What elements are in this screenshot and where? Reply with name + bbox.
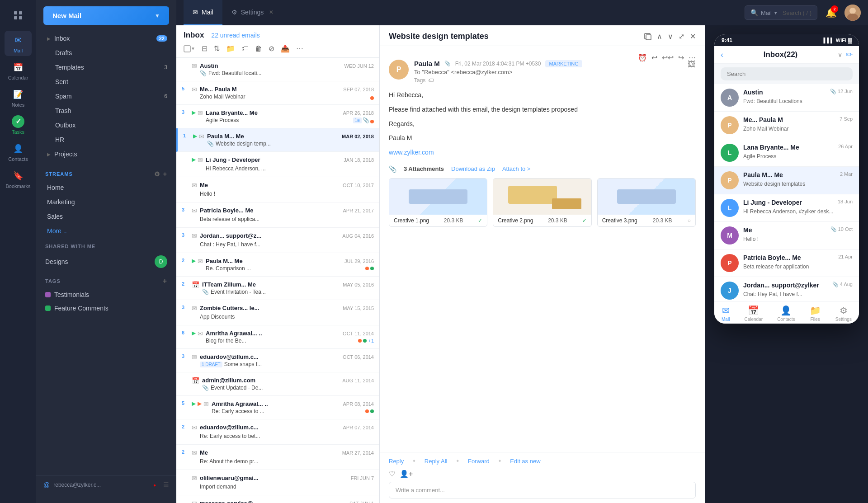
folder-item-outbox[interactable]: Outbox xyxy=(36,118,176,132)
shared-item-designs[interactable]: Designs D xyxy=(36,252,176,272)
select-all-checkbox[interactable]: ▼ xyxy=(184,45,195,52)
tag-add-icon[interactable]: 🏷 xyxy=(428,77,434,84)
table-row[interactable]: 📅 admin@zillum.com AUG 11, 2014 📎 Event … xyxy=(176,372,379,396)
table-row[interactable]: ✉ Austin WED JUN 12 📎 Fwd: Beautiful loc… xyxy=(176,58,379,81)
stream-item-more[interactable]: More .. xyxy=(36,224,176,238)
stream-item-home[interactable]: Home xyxy=(36,180,176,195)
folder-item-drafts[interactable]: Drafts xyxy=(36,46,176,60)
popout-icon[interactable] xyxy=(644,33,651,40)
folder-item-templates[interactable]: Templates 3 xyxy=(36,60,176,75)
table-row[interactable]: 3 ✉ eduardov@zillum.c... OCT 06, 2014 1 … xyxy=(176,349,379,372)
list-item[interactable]: M Me 📎 10 Oct Hello ! xyxy=(714,222,859,249)
reply-all-icon[interactable]: ↩↩ xyxy=(662,53,674,62)
sort-icon[interactable]: ⇅ xyxy=(214,44,220,53)
stream-item-marketing[interactable]: Marketing xyxy=(36,195,176,209)
attachment-item[interactable]: Creative 3.png 20.3 KB ○ xyxy=(597,178,696,227)
search-scope-dropdown[interactable]: Mail ▼ xyxy=(761,9,778,16)
attachment-item[interactable]: Creative 1.png 20.3 KB ✓ xyxy=(389,178,487,227)
tab-settings[interactable]: ⚙ Settings ✕ xyxy=(222,0,283,25)
new-mail-button[interactable]: New Mail ▼ xyxy=(43,6,169,25)
prev-email-icon[interactable]: ∧ xyxy=(657,32,662,41)
table-row[interactable]: 3 ▶ ✉ Lana Bryante... Me APR 26, 2018 Ag… xyxy=(176,105,379,128)
expand-icon[interactable]: ⤢ xyxy=(679,32,684,41)
stream-item-sales[interactable]: Sales xyxy=(36,209,176,224)
phone-nav-settings[interactable]: ⚙ Settings xyxy=(835,305,852,322)
table-row[interactable]: 2 📅 ITTeam Zillum... Me MAY 05, 2016 📎 E… xyxy=(176,277,379,300)
folder-item-inbox[interactable]: ▶ Inbox 22 xyxy=(36,31,176,46)
folder-item-trash[interactable]: Trash xyxy=(36,103,176,118)
add-reaction-icon[interactable]: 👤+ xyxy=(400,470,413,478)
folder-item-sent[interactable]: Sent xyxy=(36,75,176,89)
edit-as-new-button[interactable]: Edit as new xyxy=(510,458,540,465)
list-item[interactable]: P Paula M... Me 2 Mar Website design tem… xyxy=(714,167,859,194)
table-row[interactable]: ✉ message-service@... SAT JUN 1 📎 Invoic… xyxy=(176,495,379,503)
reply-single-icon[interactable]: ↩ xyxy=(651,53,657,62)
comment-box[interactable]: Write a comment... xyxy=(389,482,696,498)
attachment-item[interactable]: Creative 2.png 20.3 KB ✓ xyxy=(493,178,591,227)
next-email-icon[interactable]: ∨ xyxy=(668,32,673,41)
sidebar-item-bookmarks[interactable]: 🔖 Bookmarks xyxy=(5,166,32,192)
folder-move-icon[interactable]: 📁 xyxy=(226,44,235,53)
user-avatar[interactable] xyxy=(844,5,861,21)
sidebar-item-notes[interactable]: 📝 Notes xyxy=(5,85,32,110)
sidebar-item-calendar[interactable]: 📅 Calendar xyxy=(5,58,32,83)
filter-icon[interactable]: ⊟ xyxy=(202,44,208,53)
attach-to-link[interactable]: Attach to > xyxy=(502,165,531,172)
website-link[interactable]: www.zylker.com xyxy=(389,149,434,156)
table-row[interactable]: 2 ✉ eduardov@zillum.c... APR 07, 2014 Re… xyxy=(176,419,379,445)
table-row[interactable]: 3 ✉ Patricia Boyle... Me APR 21, 2017 Be… xyxy=(176,202,379,228)
folder-item-hr[interactable]: HR xyxy=(36,132,176,147)
sidebar-collapse-icon[interactable]: ☰ xyxy=(163,481,169,489)
close-settings-tab-icon[interactable]: ✕ xyxy=(269,9,274,15)
folder-item-spam[interactable]: Spam 6 xyxy=(36,89,176,103)
table-row[interactable]: 1 ▶ ✉ Paula M... Me MAR 02, 2018 📎 Websi… xyxy=(176,128,379,152)
sidebar-item-tasks[interactable]: ✓ Tasks xyxy=(5,112,32,137)
add-tag-icon[interactable]: + xyxy=(163,277,167,285)
tag-item-testimonials[interactable]: Testimonials xyxy=(36,288,176,301)
list-item[interactable]: P Me... Paula M 7 Sep Zoho Mail Webinar xyxy=(714,112,859,139)
reply-button[interactable]: Reply xyxy=(389,458,404,465)
settings-streams-icon[interactable]: ⚙ xyxy=(154,170,160,178)
mark-icon[interactable]: ⊘ xyxy=(269,44,274,53)
remind-icon[interactable]: ⏰ xyxy=(638,53,647,62)
sidebar-item-contacts[interactable]: 👤 Contacts xyxy=(5,139,32,165)
table-row[interactable]: 2 ▶ ✉ Paula M... Me JUL 29, 2016 Re. Com… xyxy=(176,253,379,277)
table-row[interactable]: ✉ Me OCT 10, 2017 Hello ! xyxy=(176,177,379,202)
list-item[interactable]: A Austin 📎 12 Jun Fwd: Beautiful Locatio… xyxy=(714,84,859,112)
heart-reaction-icon[interactable]: ♡ xyxy=(389,470,395,478)
table-row[interactable]: 5 ▶ ▶ ✉ Amritha Agrawal... .. APR 08, 20… xyxy=(176,396,379,419)
forward-icon[interactable]: ↪ xyxy=(678,53,684,62)
tag-item-feature-comments[interactable]: Feature Comments xyxy=(36,301,176,315)
delete-icon[interactable]: 🗑 xyxy=(255,45,262,53)
forward-button[interactable]: Forward xyxy=(468,458,490,465)
table-row[interactable]: ✉ olilienwuaru@gmai... FRI JUN 7 Import … xyxy=(176,470,379,495)
table-row[interactable]: 3 ✉ Zombie Cutters... le... MAY 15, 2015… xyxy=(176,300,379,325)
account-switcher[interactable]: @ rebecca@zylker.c... ● ☰ xyxy=(36,475,176,494)
tab-mail[interactable]: ✉ Mail xyxy=(184,0,222,25)
table-row[interactable]: ▶ ✉ Li Jung - Developer JAN 18, 2018 Hi … xyxy=(176,152,379,177)
phone-nav-calendar[interactable]: 📅 Calendar xyxy=(744,305,763,322)
add-stream-icon[interactable]: + xyxy=(163,170,167,178)
phone-chevron-icon[interactable]: ∨ xyxy=(838,51,842,58)
phone-search-input[interactable] xyxy=(721,67,853,80)
phone-back-icon[interactable]: ‹ xyxy=(721,50,723,60)
folder-item-projects[interactable]: ▶ Projects xyxy=(36,147,176,161)
phone-nav-files[interactable]: 📁 Files xyxy=(810,305,821,322)
more-options-icon[interactable]: ⋯ xyxy=(296,44,303,53)
list-item[interactable]: L Li Jung - Developer 18 Jun Hi Rebecca … xyxy=(714,194,859,222)
table-row[interactable]: 5 ✉ Me... Paula M SEP 07, 2018 Zoho Mail… xyxy=(176,81,379,105)
phone-nav-mail[interactable]: ✉ Mail xyxy=(722,305,730,322)
grid-icon[interactable] xyxy=(10,7,26,24)
more-actions-icon[interactable]: ⋯ xyxy=(689,53,696,62)
table-row[interactable]: 3 ✉ Jordan... support@z... AUG 04, 2016 … xyxy=(176,228,379,253)
phone-nav-contacts[interactable]: 👤 Contacts xyxy=(777,305,795,322)
reply-all-button[interactable]: Reply All xyxy=(425,458,448,465)
tag-icon[interactable]: 🏷 xyxy=(241,45,249,53)
close-detail-icon[interactable]: ✕ xyxy=(690,32,696,41)
list-item[interactable]: J Jordan... support@zylker 📎 4 Aug Chat:… xyxy=(714,277,859,301)
list-item[interactable]: P Patricia Boyle... Me 21 Apr Beta relea… xyxy=(714,249,859,277)
sidebar-item-mail[interactable]: ✉ Mail xyxy=(5,31,32,56)
archive-icon[interactable]: 📥 xyxy=(281,44,290,53)
table-row[interactable]: 2 ✉ Me MAR 27, 2014 Re: About the demo p… xyxy=(176,445,379,470)
table-row[interactable]: 6 ▶ ✉ Amritha Agrawal... .. OCT 11, 2014… xyxy=(176,325,379,349)
